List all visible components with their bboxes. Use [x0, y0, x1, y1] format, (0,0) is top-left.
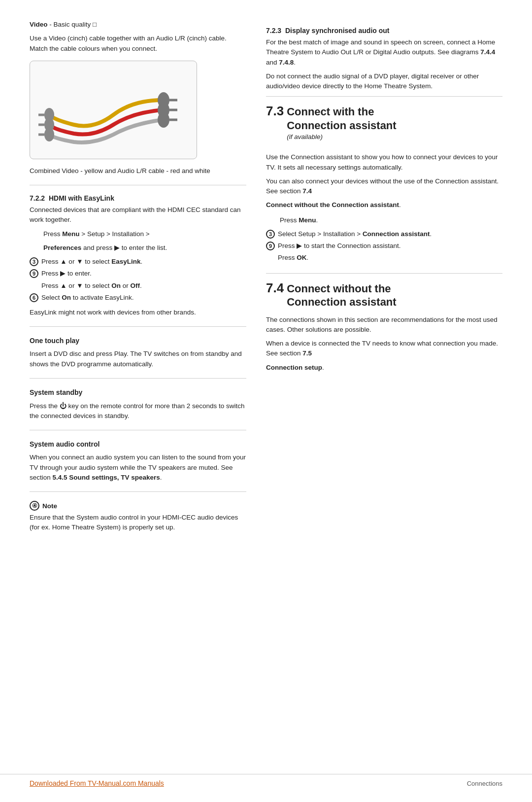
section-73-bold2: Connect without the Connection assistant…	[266, 200, 502, 210]
divider-2	[30, 326, 246, 327]
section-73-press-menu: Press Menu.	[280, 215, 502, 225]
system-standby-pre: Press the	[30, 402, 60, 410]
main-content: Video - Basic quality □ Use a Video (cin…	[30, 20, 502, 537]
system-standby-power-icon: ⏻	[60, 402, 66, 410]
section-73-step9-pre: Press ▶ to start the Connection assistan…	[278, 242, 401, 249]
section-74-inner: 7.4 Connect without the Connection assis…	[266, 280, 502, 309]
video-quality: - Basic quality	[49, 21, 91, 28]
one-touch-title: One touch play	[30, 336, 246, 346]
section-73-step9-ok: Press OK.	[266, 253, 502, 263]
section-74-desc2: When a device is connected the TV needs …	[266, 339, 502, 359]
section-74-bold: 7.5	[302, 349, 312, 357]
section-722-desc: Connected devices that are compliant wit…	[30, 205, 246, 225]
section-73-press: Press	[280, 216, 299, 224]
footer-link[interactable]: Downloaded From TV-Manual.com Manuals	[30, 779, 164, 787]
section-722-title: HDMI with EasyLink	[49, 194, 114, 202]
step-6-text: Select On to activate EasyLink.	[41, 293, 134, 303]
section-73-step3-circle: 3	[266, 230, 275, 239]
step-menu-rest: > Setup > Installation >	[80, 230, 150, 238]
step-9b-bold2: Off	[131, 282, 140, 289]
video-quality-icon: □	[93, 21, 97, 28]
section-723-rest: .	[294, 59, 296, 66]
section-73-sub: (if available)	[287, 133, 396, 140]
section-73-title-block: Connect with the Connection assistant (i…	[287, 105, 396, 146]
step-preferences-line: Preferences and press ▶ to enter the lis…	[43, 243, 246, 253]
section-74-bold2-line: Connection setup.	[266, 363, 502, 373]
cable-svg	[34, 66, 192, 154]
note-desc: Ensure that the System audio control in …	[30, 513, 246, 533]
system-standby-title: System standby	[30, 387, 246, 398]
section-73-bold2-text: Connect without the Connection assistant	[266, 201, 399, 209]
video-caption: Combined Video - yellow and Audio L/R ca…	[30, 166, 246, 176]
step-3-rest: .	[141, 258, 143, 265]
section-723-desc1: For the best match of image and sound in…	[266, 37, 502, 68]
section-74-rest: .	[322, 364, 324, 371]
svg-point-2	[44, 128, 54, 141]
section-73-bold: 7.4	[302, 187, 312, 195]
video-desc: Use a Video (cinch) cable together with …	[30, 34, 246, 54]
section-722-header: 7.2.2 HDMI with EasyLink	[30, 194, 246, 202]
section-73-step3-pre: Select Setup > Installation >	[278, 230, 363, 238]
section-73-inner: 7.3 Connect with the Connection assistan…	[266, 104, 502, 146]
section-73-num: 7.3	[266, 104, 284, 119]
right-column: 7.2.3 Display synchronised audio out For…	[266, 20, 502, 537]
step-3-bold: EasyLink	[111, 258, 140, 265]
section-74-num: 7.4	[266, 280, 284, 296]
note-title: Note	[42, 502, 57, 510]
section-73-desc1: Use the Connection assistant to show you…	[266, 152, 502, 173]
section-723-desc2: Do not connect the audio signal of a DVD…	[266, 71, 502, 92]
system-audio-end: .	[160, 474, 162, 481]
step-preferences-bold: Preferences	[43, 244, 81, 251]
step-6-circle: 6	[30, 293, 38, 302]
video-title: Video - Basic quality □	[30, 20, 246, 30]
step-9b-bold1: On	[111, 282, 121, 289]
step-3-text: Press ▲ or ▼ to select EasyLink.	[41, 257, 142, 267]
section-74-bold2: Connection setup	[266, 364, 322, 371]
section-74-title1: Connect without the	[287, 282, 396, 296]
system-audio-bold: 5.4.5 Sound settings, TV speakers	[53, 474, 160, 481]
step-menu-press: Press	[43, 230, 62, 238]
step-menu-line: Press Menu > Setup > Installation >	[43, 229, 246, 239]
section-723-desc1-pre: For the best match of image and sound in…	[266, 38, 495, 56]
step-9b-pre: Press ▲ or ▼ to select	[41, 282, 111, 289]
step-9b: Press ▲ or ▼ to select On or Off.	[30, 281, 246, 291]
system-standby-desc: Press the ⏻ key on the remote control fo…	[30, 401, 246, 421]
section-74-desc1: The connections shown in this section ar…	[266, 315, 502, 335]
section-73-rest: .	[399, 201, 401, 209]
section-73-step3: 3 Select Setup > Installation > Connecti…	[266, 229, 502, 239]
note-header: ④ Note	[30, 501, 246, 511]
step-6: 6 Select On to activate EasyLink.	[30, 293, 246, 303]
step-6-pre: Select	[41, 294, 62, 301]
system-audio-desc: When you connect an audio system you can…	[30, 453, 246, 483]
step-9b-rest: .	[140, 282, 142, 289]
section-74-desc2-pre: When a device is connected the TV needs …	[266, 340, 498, 357]
divider-1	[30, 185, 246, 185]
step-9: 9 Press ▶ to enter.	[30, 269, 246, 279]
section-722-num: 7.2.2	[30, 194, 45, 202]
footer: Downloaded From TV-Manual.com Manuals Co…	[0, 774, 532, 787]
section-73-step3-bold: Connection assistant	[363, 230, 430, 238]
divider-4	[30, 430, 246, 430]
section-723-mid: and	[266, 59, 279, 66]
step-9-circle: 9	[30, 269, 38, 278]
left-column: Video - Basic quality □ Use a Video (cin…	[30, 20, 246, 537]
section-73-desc2: You can also connect your devices withou…	[266, 176, 502, 197]
section-74-title2: Connection assistant	[287, 295, 396, 309]
section-73-step9-circle: 9	[266, 242, 275, 250]
step-9b-text: Press ▲ or ▼ to select On or Off.	[41, 281, 142, 291]
video-label: Video	[30, 21, 48, 28]
section-723-title: Display synchronised audio out	[285, 27, 390, 35]
section-73-step3-rest: .	[430, 230, 432, 238]
section-74-title-block: Connect without the Connection assistant	[287, 282, 396, 309]
section-73-desc2-pre: You can also connect your devices withou…	[266, 177, 499, 195]
section-723-bold1: 7.4.4	[480, 48, 495, 56]
section-73-menu-bold: Menu	[299, 216, 316, 224]
svg-point-8	[158, 112, 169, 128]
divider-5	[30, 491, 246, 492]
section-73-press-rest: .	[316, 216, 318, 224]
easylink-steps: 3 Press ▲ or ▼ to select EasyLink. 9 Pre…	[30, 257, 246, 303]
step-3-pre: Press ▲ or ▼ to select	[41, 258, 111, 265]
step-6-rest: to activate EasyLink.	[71, 294, 134, 301]
page: Video - Basic quality □ Use a Video (cin…	[0, 0, 532, 802]
note-icon: ④	[30, 501, 39, 511]
